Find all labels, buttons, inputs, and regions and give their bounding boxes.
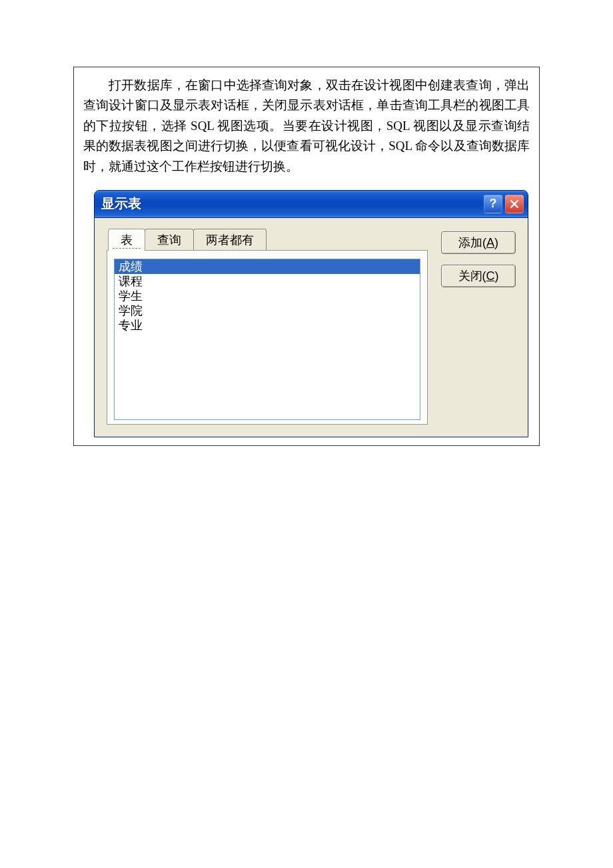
question-icon: ? (490, 197, 497, 211)
dialog-titlebar[interactable]: 显示表 ? (95, 191, 528, 218)
tab-label: 两者都有 (206, 233, 254, 247)
close-window-button[interactable] (505, 195, 524, 213)
list-item[interactable]: 课程 (115, 274, 420, 289)
titlebar-buttons: ? (484, 195, 524, 213)
list-item[interactable]: 学生 (115, 289, 420, 303)
paragraph-text: 打开数据库，在窗口中选择查询对象，双击在设计视图中创建表查询，弹出查询设计窗口及… (83, 78, 530, 173)
tab-panel: 成绩 课程 学生 学院 专业 (107, 250, 428, 425)
list-item[interactable]: 学院 (115, 303, 420, 318)
dialog-title: 显示表 (101, 195, 141, 213)
list-item[interactable]: 成绩 (115, 259, 420, 274)
dialog-right-pane: 添加(A) 关闭(C) (441, 229, 516, 425)
tab-strip: 表 查询 两者都有 (108, 229, 428, 251)
help-button[interactable]: ? (484, 195, 502, 213)
list-item[interactable]: 专业 (115, 318, 420, 333)
show-table-dialog: 显示表 ? 表 查询 (94, 190, 528, 437)
tables-listbox[interactable]: 成绩 课程 学生 学院 专业 (114, 259, 420, 420)
tab-both[interactable]: 两者都有 (193, 229, 267, 251)
dialog-client-area: 表 查询 两者都有 成绩 课程 学生 学院 专业 (95, 218, 528, 437)
instruction-paragraph: 打开数据库，在窗口中选择查询对象，双击在设计视图中创建表查询，弹出查询设计窗口及… (74, 67, 539, 190)
document-page: 打开数据库，在窗口中选择查询对象，双击在设计视图中创建表查询，弹出查询设计窗口及… (73, 67, 540, 446)
button-label: 添加 (458, 236, 482, 249)
tab-queries[interactable]: 查询 (145, 229, 194, 251)
dialog-left-pane: 表 查询 两者都有 成绩 课程 学生 学院 专业 (107, 229, 428, 425)
tab-tables[interactable]: 表 (108, 229, 145, 251)
close-icon (509, 199, 520, 209)
button-label: 关闭 (458, 269, 482, 283)
button-hotkey: C (486, 269, 495, 283)
add-button[interactable]: 添加(A) (441, 231, 516, 254)
button-hotkey: A (486, 236, 494, 249)
close-button[interactable]: 关闭(C) (441, 265, 516, 287)
tab-label: 查询 (157, 233, 181, 247)
tab-label: 表 (121, 233, 133, 247)
